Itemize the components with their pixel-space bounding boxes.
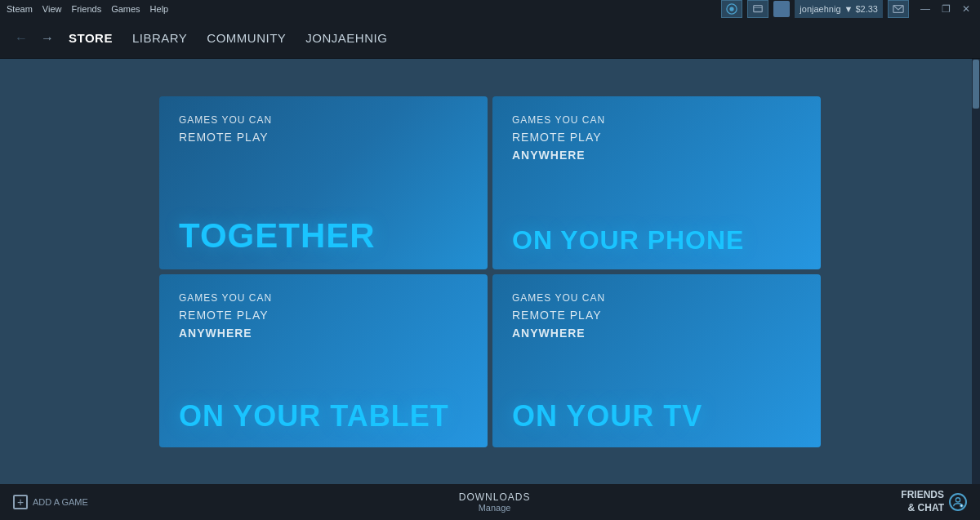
- card-tv-title: ON YOUR TV: [512, 402, 801, 431]
- downloads-section[interactable]: DOWNLOADS Manage: [459, 491, 531, 513]
- svg-point-5: [956, 498, 960, 502]
- friends-chat-icon: +: [949, 493, 967, 511]
- close-btn[interactable]: ✕: [959, 3, 973, 15]
- nav-links: STORE LIBRARY COMMUNITY JONJAEHNIG: [69, 31, 387, 45]
- title-bar: Steam View Friends Games Help jonjaehnig…: [0, 0, 980, 18]
- friends-label: FRIENDS: [901, 489, 944, 502]
- card-together[interactable]: GAMES YOU CAN REMOTE PLAY TOGETHER: [159, 96, 488, 269]
- menu-games[interactable]: Games: [111, 4, 140, 14]
- nav-bar: ← → STORE LIBRARY COMMUNITY JONJAEHNIG: [0, 18, 980, 59]
- manage-label: Manage: [459, 503, 531, 513]
- email-icon-btn[interactable]: [888, 0, 909, 18]
- friends-chat-button[interactable]: FRIENDS & CHAT +: [901, 489, 967, 514]
- card-together-title: TOGETHER: [179, 219, 468, 253]
- user-avatar[interactable]: [773, 1, 790, 17]
- card-phone-title: ON YOUR PHONE: [512, 227, 801, 253]
- notification-icon-btn[interactable]: [747, 0, 768, 18]
- window-controls: — ❐ ✕: [917, 3, 973, 15]
- menu-view[interactable]: View: [42, 4, 62, 14]
- chat-label: & CHAT: [901, 502, 944, 515]
- add-game-icon: +: [13, 495, 28, 509]
- nav-library[interactable]: LIBRARY: [132, 31, 187, 45]
- title-bar-right: jonjaehnig ▼ $2.33 — ❐ ✕: [721, 0, 973, 18]
- menu-friends[interactable]: Friends: [71, 4, 101, 14]
- card-tablet-title: ON YOUR TABLET: [179, 402, 468, 431]
- scrollbar-thumb[interactable]: [973, 60, 979, 109]
- card-together-subtitle: GAMES YOU CAN REMOTE PLAY: [179, 113, 468, 147]
- menu-steam[interactable]: Steam: [7, 4, 33, 14]
- back-button[interactable]: ←: [10, 28, 33, 49]
- username-label: jonjaehnig: [800, 4, 840, 14]
- maximize-btn[interactable]: ❐: [938, 3, 954, 15]
- card-tv[interactable]: GAMES YOU CAN REMOTE PLAY ANYWHERE ON YO…: [492, 274, 821, 447]
- card-phone-subtitle: GAMES YOU CAN REMOTE PLAY ANYWHERE: [512, 113, 801, 165]
- card-tablet-subtitle: GAMES YOU CAN REMOTE PLAY ANYWHERE: [179, 291, 468, 343]
- add-game-label: ADD A GAME: [33, 497, 88, 507]
- nav-store[interactable]: STORE: [69, 31, 113, 45]
- nav-username[interactable]: JONJAEHNIG: [305, 31, 387, 45]
- svg-text:+: +: [960, 503, 963, 508]
- menu-help[interactable]: Help: [150, 4, 169, 14]
- cards-grid: GAMES YOU CAN REMOTE PLAY TOGETHER GAMES…: [159, 96, 821, 447]
- svg-point-1: [730, 7, 734, 11]
- user-balance-btn[interactable]: jonjaehnig ▼ $2.33: [795, 0, 883, 18]
- downloads-label: DOWNLOADS: [459, 491, 531, 503]
- nav-community[interactable]: COMMUNITY: [207, 31, 286, 45]
- bottom-bar: + ADD A GAME DOWNLOADS Manage FRIENDS & …: [0, 484, 980, 520]
- add-game-button[interactable]: + ADD A GAME: [13, 495, 88, 509]
- card-phone[interactable]: GAMES YOU CAN REMOTE PLAY ANYWHERE ON YO…: [492, 96, 821, 269]
- forward-button[interactable]: →: [36, 28, 59, 49]
- svg-rect-2: [754, 6, 763, 12]
- title-bar-left: Steam View Friends Games Help: [7, 4, 168, 14]
- steam-icon-btn[interactable]: [721, 0, 742, 18]
- scrollbar[interactable]: [972, 59, 980, 484]
- card-tv-subtitle: GAMES YOU CAN REMOTE PLAY ANYWHERE: [512, 291, 801, 343]
- minimize-btn[interactable]: —: [917, 3, 933, 15]
- main-content: GAMES YOU CAN REMOTE PLAY TOGETHER GAMES…: [0, 59, 980, 484]
- balance-label: ▼ $2.33: [844, 4, 878, 14]
- card-tablet[interactable]: GAMES YOU CAN REMOTE PLAY ANYWHERE ON YO…: [159, 274, 488, 447]
- menu-bar: Steam View Friends Games Help: [7, 4, 168, 14]
